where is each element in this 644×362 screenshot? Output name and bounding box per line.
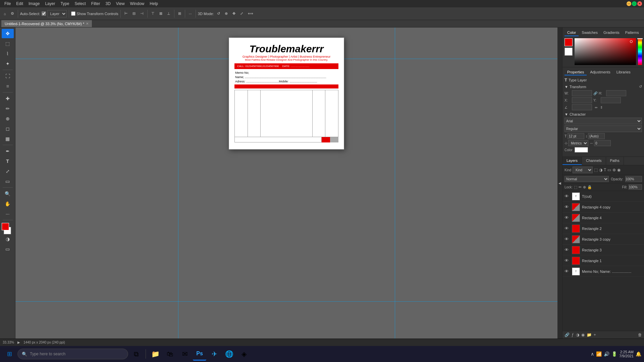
x-input[interactable] bbox=[572, 97, 592, 103]
stamp-tool[interactable]: ⊕ bbox=[2, 114, 14, 123]
color-gradient-picker[interactable] bbox=[575, 38, 636, 65]
eraser-tool[interactable]: ◻ bbox=[2, 124, 14, 133]
transform-checkbox[interactable] bbox=[71, 11, 75, 16]
layer-visibility-icon[interactable]: 👁 bbox=[565, 194, 570, 199]
y-input[interactable] bbox=[601, 97, 621, 103]
edge-button[interactable]: ◈ bbox=[237, 347, 251, 361]
mail-button[interactable]: ✉ bbox=[178, 347, 192, 361]
tab-layers[interactable]: Layers bbox=[562, 157, 582, 165]
hand-tool[interactable]: ✋ bbox=[2, 199, 14, 208]
tool-options-button[interactable]: ⚙ bbox=[9, 10, 16, 17]
home-button[interactable]: ⌂ bbox=[2, 11, 8, 17]
menu-select[interactable]: Select bbox=[72, 1, 88, 7]
telegram-button[interactable]: ✈ bbox=[208, 347, 221, 361]
angle-input[interactable] bbox=[572, 104, 592, 110]
menu-3d[interactable]: 3D bbox=[103, 1, 113, 7]
layer-select[interactable]: Layer bbox=[47, 10, 67, 17]
tab-gradients[interactable]: Gradients bbox=[601, 29, 622, 36]
heal-tool[interactable]: ✚ bbox=[2, 94, 14, 103]
opacity-input[interactable] bbox=[625, 176, 642, 182]
flip-v-icon[interactable]: ⇕ bbox=[600, 106, 603, 109]
3d-pan-button[interactable]: ✥ bbox=[231, 10, 237, 17]
menu-file[interactable]: File bbox=[2, 1, 13, 7]
layer-item[interactable]: 👁 Rectangle 4 bbox=[562, 213, 644, 223]
new-layer-icon[interactable]: + bbox=[594, 333, 596, 337]
adjustment-icon[interactable]: ◉ bbox=[581, 333, 585, 337]
misc-tool[interactable]: ··· bbox=[2, 209, 14, 219]
filter-type-icon[interactable]: T bbox=[604, 168, 606, 172]
clock[interactable]: 2:25 AM 7/9/2021 bbox=[619, 350, 634, 358]
minimize-button[interactable]: — bbox=[627, 1, 631, 6]
flip-h-icon[interactable]: ⇔ bbox=[595, 106, 597, 109]
sound-icon[interactable]: 🔊 bbox=[604, 351, 609, 357]
delete-layer-icon[interactable]: 🗑 bbox=[638, 333, 642, 337]
tab-channels[interactable]: Channels bbox=[582, 157, 606, 165]
filter-smart-icon[interactable]: ⊕ bbox=[612, 168, 616, 172]
filter-shape-icon[interactable]: ▭ bbox=[607, 168, 611, 172]
lock-position-icon[interactable]: ✏ bbox=[579, 185, 582, 189]
font-style-select[interactable]: Regular bbox=[565, 125, 642, 132]
type-tool[interactable]: T bbox=[2, 157, 14, 166]
lasso-tool[interactable]: ⌇ bbox=[2, 49, 14, 58]
document-tab[interactable]: Untitled-1-Recovered @ 33.3% (No, CMYK/8… bbox=[1, 20, 92, 27]
color-background-swatch[interactable] bbox=[565, 48, 573, 56]
network-icon[interactable]: 📶 bbox=[596, 351, 602, 357]
metrics-select[interactable]: Metrics bbox=[568, 140, 588, 146]
refresh-icon[interactable]: ↺ bbox=[639, 84, 642, 89]
start-button[interactable]: ⊞ bbox=[3, 347, 16, 361]
eyedropper-tool[interactable]: ⌗ bbox=[2, 81, 14, 91]
menu-help[interactable]: Help bbox=[147, 1, 160, 7]
font-size-input[interactable] bbox=[568, 133, 584, 139]
color-foreground-swatch[interactable] bbox=[565, 38, 573, 46]
tab-close-icon[interactable]: ✕ bbox=[86, 22, 89, 25]
align-center-v-button[interactable]: ⊠ bbox=[158, 10, 164, 17]
layer-item[interactable]: 👁 T T(cut) bbox=[562, 191, 644, 202]
gradient-tool[interactable]: ▦ bbox=[2, 134, 14, 143]
menu-view[interactable]: View bbox=[114, 1, 127, 7]
auto-select-checkbox[interactable] bbox=[42, 11, 46, 16]
font-family-select[interactable]: Arial bbox=[565, 118, 642, 124]
magic-wand-tool[interactable]: ✦ bbox=[2, 59, 14, 68]
filter-toggle-icon[interactable]: ◉ bbox=[617, 168, 621, 172]
kind-select[interactable]: Kind bbox=[573, 167, 593, 173]
folder-icon[interactable]: 📁 bbox=[587, 333, 592, 337]
zoom-tool[interactable]: 🔍 bbox=[2, 189, 14, 198]
lock-all-icon[interactable]: 🔒 bbox=[587, 185, 592, 189]
path-tool[interactable]: ⤢ bbox=[2, 167, 14, 176]
filter-adjust-icon[interactable]: ◑ bbox=[599, 168, 602, 172]
lock-artboard-icon[interactable]: ⊕ bbox=[583, 185, 586, 189]
blend-mode-select[interactable]: Normal bbox=[565, 176, 609, 182]
layer-item[interactable]: 👁 Rectangle 1 bbox=[562, 255, 644, 266]
taskbar-search[interactable]: 🔍 Type here to search bbox=[17, 349, 128, 359]
notification-icon[interactable]: 🔔 bbox=[636, 351, 641, 357]
tab-swatches[interactable]: Swatches bbox=[579, 29, 600, 36]
align-right-button[interactable]: ⊣ bbox=[139, 10, 145, 17]
align-left-button[interactable]: ⊢ bbox=[123, 10, 129, 17]
link-layers-icon[interactable]: 🔗 bbox=[565, 333, 570, 337]
crop-tool[interactable]: ⛶ bbox=[2, 71, 14, 81]
w-input[interactable] bbox=[572, 90, 592, 96]
tab-patterns[interactable]: Patterns bbox=[623, 29, 642, 36]
3d-roll-button[interactable]: ⊕ bbox=[223, 10, 229, 17]
more-options-button[interactable]: ··· bbox=[187, 11, 194, 17]
leading-input[interactable] bbox=[588, 133, 605, 139]
menu-window[interactable]: Window bbox=[128, 1, 147, 7]
filter-pixel-icon[interactable]: ⬚ bbox=[594, 168, 598, 172]
transform-header[interactable]: ▼ Transform ↺ bbox=[565, 84, 642, 89]
layer-item[interactable]: 👁 Rectangle 2 bbox=[562, 223, 644, 234]
align-center-h-button[interactable]: ⊟ bbox=[131, 10, 137, 17]
layer-visibility-icon[interactable]: 👁 bbox=[565, 247, 570, 252]
close-button[interactable]: ✕ bbox=[637, 1, 642, 6]
foreground-color[interactable] bbox=[2, 223, 9, 230]
layer-visibility-icon[interactable]: 👁 bbox=[565, 204, 570, 209]
char-color-swatch[interactable] bbox=[575, 147, 588, 153]
brush-tool[interactable]: ✏ bbox=[2, 104, 14, 113]
menu-type[interactable]: Type bbox=[58, 1, 71, 7]
layer-item[interactable]: 👁 Rectangle 4 copy bbox=[562, 202, 644, 213]
distribute-button[interactable]: ⊞ bbox=[176, 10, 183, 17]
chrome-button[interactable]: 🌐 bbox=[222, 347, 236, 361]
photoshop-button[interactable]: Ps bbox=[193, 347, 206, 361]
layer-visibility-icon[interactable]: 👁 bbox=[565, 226, 570, 231]
layer-item[interactable]: 👁 T Memo No; Name: ................... bbox=[562, 266, 644, 277]
quick-mask-button[interactable]: ◑ bbox=[2, 234, 14, 244]
